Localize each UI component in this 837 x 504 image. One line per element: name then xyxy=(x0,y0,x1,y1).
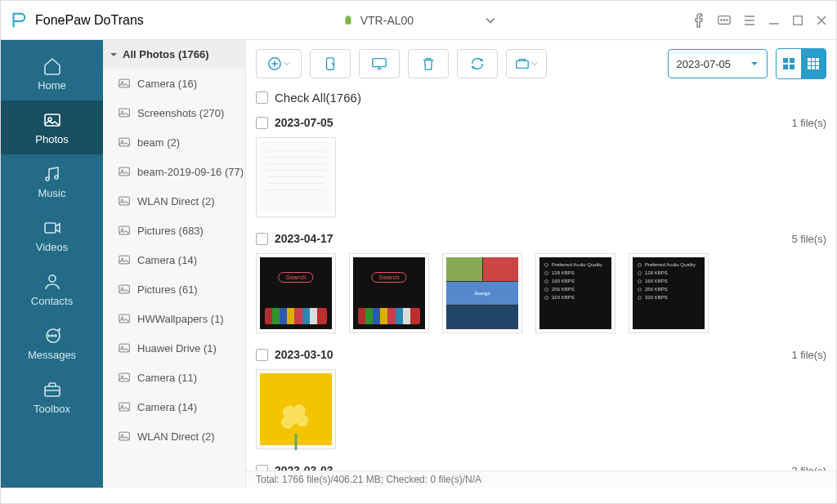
group-checkbox[interactable] xyxy=(256,233,268,245)
toolbar: 2023-07-05 xyxy=(246,40,836,87)
album-button[interactable] xyxy=(506,49,547,78)
sidebar-item-home[interactable]: Home xyxy=(1,47,103,100)
svg-point-4 xyxy=(723,19,724,20)
group-checkbox[interactable] xyxy=(256,117,268,129)
photo-thumbnail[interactable] xyxy=(256,369,336,449)
group-date: 2023-04-17 xyxy=(275,232,333,245)
device-selector[interactable]: VTR-AL00 xyxy=(342,14,495,27)
picture-icon xyxy=(118,224,131,237)
folder-item[interactable]: Camera (14) xyxy=(103,392,245,421)
videos-icon xyxy=(43,218,62,238)
svg-point-30 xyxy=(121,258,123,260)
svg-rect-55 xyxy=(812,62,815,65)
folder-item[interactable]: Screenshots (270) xyxy=(103,98,245,127)
svg-point-5 xyxy=(727,19,727,20)
svg-rect-56 xyxy=(816,62,819,65)
folder-item[interactable]: beam (2) xyxy=(103,127,245,157)
svg-rect-16 xyxy=(45,386,60,396)
close-icon[interactable] xyxy=(815,14,828,27)
picture-icon xyxy=(118,194,131,207)
export-to-device-button[interactable] xyxy=(310,49,351,78)
photo-thumbnail[interactable] xyxy=(349,253,429,333)
photo-thumbnail[interactable] xyxy=(256,253,336,333)
chevron-down-icon xyxy=(284,60,290,67)
sidebar-item-videos[interactable]: Videos xyxy=(1,208,103,262)
menu-icon[interactable] xyxy=(743,14,756,27)
picture-icon xyxy=(118,165,131,178)
home-icon xyxy=(43,56,62,76)
maximize-icon[interactable] xyxy=(792,15,803,26)
sidebar-item-messages[interactable]: Messages xyxy=(1,316,103,370)
plus-icon xyxy=(267,56,282,71)
svg-point-0 xyxy=(346,16,347,17)
folder-item[interactable]: WLAN Direct (2) xyxy=(103,186,245,216)
refresh-button[interactable] xyxy=(457,49,498,78)
svg-rect-49 xyxy=(783,65,788,69)
music-icon xyxy=(43,164,62,184)
svg-point-32 xyxy=(121,288,123,289)
folder-item[interactable]: Camera (14) xyxy=(103,245,245,274)
date-filter[interactable]: 2023-07-05 xyxy=(668,49,768,78)
svg-point-18 xyxy=(121,82,123,83)
group-count: 3 file(s) xyxy=(791,465,826,471)
sidebar-item-contacts[interactable]: Contacts xyxy=(1,262,103,316)
folder-item[interactable]: Camera (11) xyxy=(103,363,245,392)
picture-icon xyxy=(118,253,131,266)
photos-icon xyxy=(43,110,62,130)
photo-thumbnail[interactable]: 3songs xyxy=(442,253,522,333)
folder-item[interactable]: Huawei Drive (1) xyxy=(103,333,245,363)
export-to-pc-button[interactable] xyxy=(359,49,400,78)
chevron-down-icon xyxy=(486,16,495,25)
folder-item[interactable]: HWWallpapers (1) xyxy=(103,304,245,333)
folder-item[interactable]: Camera (16) xyxy=(103,69,245,98)
svg-rect-59 xyxy=(816,66,819,69)
folder-item[interactable]: Pictures (683) xyxy=(103,216,245,245)
picture-icon xyxy=(118,400,131,413)
svg-rect-57 xyxy=(808,66,811,69)
svg-point-14 xyxy=(51,335,53,337)
svg-rect-46 xyxy=(517,60,528,68)
sidebar-item-photos[interactable]: Photos xyxy=(1,100,103,154)
svg-point-12 xyxy=(49,275,56,282)
photo-thumbnail[interactable]: Preferred Audio Quality128 KBPS160 KBPS2… xyxy=(535,253,615,333)
group-date: 2023-07-05 xyxy=(275,116,333,129)
sidebar-item-toolbox[interactable]: Toolbox xyxy=(1,370,103,424)
folder-item[interactable]: beam-2019-09-16 (77) xyxy=(103,157,245,186)
svg-rect-52 xyxy=(812,58,815,61)
svg-point-40 xyxy=(121,405,123,407)
minimize-icon[interactable] xyxy=(768,14,781,27)
sidebar: Home Photos Music Videos Contacts Messag… xyxy=(1,40,103,488)
svg-rect-50 xyxy=(790,65,794,69)
picture-icon xyxy=(118,106,131,119)
facebook-icon[interactable] xyxy=(694,13,705,28)
chevron-down-icon xyxy=(531,60,538,67)
feedback-icon[interactable] xyxy=(717,13,732,28)
toolbox-icon xyxy=(43,380,62,399)
sidebar-item-music[interactable]: Music xyxy=(1,154,103,208)
svg-point-28 xyxy=(121,229,123,230)
view-grid-small-button[interactable] xyxy=(801,49,826,78)
check-all-checkbox[interactable] xyxy=(256,91,268,104)
contacts-icon xyxy=(43,272,62,292)
grid-large-icon xyxy=(782,57,795,70)
svg-point-38 xyxy=(121,376,123,377)
svg-point-24 xyxy=(121,170,123,172)
trash-icon xyxy=(422,56,435,71)
folder-item[interactable]: Pictures (61) xyxy=(103,274,245,304)
add-button[interactable] xyxy=(256,49,302,78)
photo-area[interactable]: 2023-07-051 file(s)2023-04-175 file(s)3s… xyxy=(246,113,836,471)
svg-point-26 xyxy=(121,199,123,201)
svg-rect-6 xyxy=(794,16,803,25)
folder-header[interactable]: All Photos (1766) xyxy=(103,40,245,69)
picture-icon xyxy=(118,430,131,443)
group-checkbox[interactable] xyxy=(256,465,268,471)
app-logo-icon xyxy=(9,11,27,29)
delete-button[interactable] xyxy=(408,49,449,78)
view-grid-large-button[interactable] xyxy=(777,49,801,78)
group-count: 1 file(s) xyxy=(791,349,826,361)
group-checkbox[interactable] xyxy=(256,349,268,361)
svg-point-36 xyxy=(121,346,123,348)
photo-thumbnail[interactable]: Preferred Audio Quality128 KBPS160 KBPS2… xyxy=(629,253,709,333)
folder-item[interactable]: WLAN Direct (2) xyxy=(103,421,245,451)
photo-thumbnail[interactable] xyxy=(256,137,336,217)
